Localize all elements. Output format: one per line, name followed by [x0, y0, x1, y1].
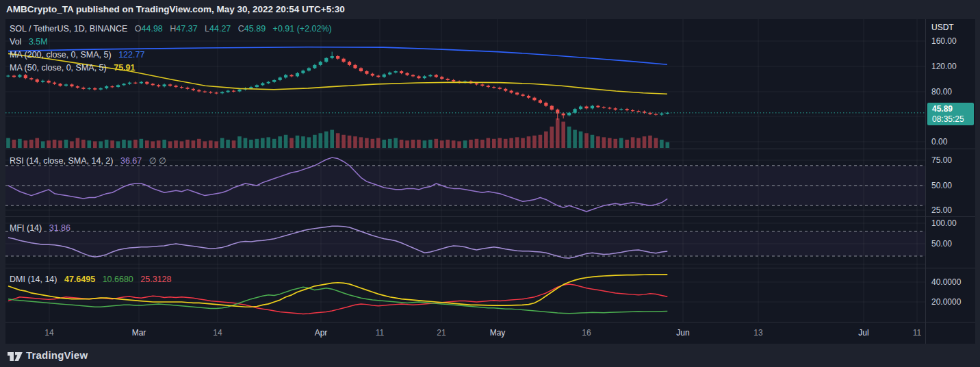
publish-header-text: AMBCrypto_TA published on TradingView.co… — [6, 4, 345, 14]
last-price-badge: 45.89 08:35:25 — [927, 103, 974, 125]
mfi-axis-tick: 100.00 — [931, 218, 957, 228]
dmi-plus-di-value: 10.6680 — [103, 275, 133, 284]
ma200-value: 122.77 — [118, 50, 144, 60]
close-value: 45.89 — [244, 24, 266, 34]
dmi-axis-tick: 20.0000 — [931, 297, 961, 307]
price-axis-tick: 160.00 — [931, 36, 957, 46]
time-axis-day-label: 14 — [203, 328, 233, 338]
open-label: O — [135, 24, 142, 34]
close-label: C — [238, 24, 244, 34]
tradingview-wordmark[interactable]: TradingView — [26, 349, 88, 361]
time-axis-day-label: 11 — [365, 328, 395, 338]
ma200-legend-row[interactable]: MA (200, close, 0, SMA, 5) 122.77 — [10, 49, 332, 62]
rsi-pane-legend[interactable]: RSI (14, close, SMA, 14, 2) 36.67 ∅ ∅ — [10, 155, 166, 168]
price-axis-tick: 0.00 — [931, 137, 947, 147]
rsi-value: 36.67 — [120, 156, 142, 166]
mfi-label: MFI (14) — [10, 223, 42, 233]
dmi-adx-value: 47.6495 — [64, 275, 95, 284]
price-axis-tick: 120.00 — [931, 62, 957, 71]
last-price-value: 45.89 — [932, 104, 974, 114]
mfi-axis-tick: 50.00 — [931, 239, 952, 249]
high-label: H — [170, 24, 176, 34]
pane-separator[interactable] — [5, 268, 975, 268]
dmi-axis-tick: 40.0000 — [931, 277, 961, 287]
symbol-legend-row[interactable]: SOL / TetherUS, 1D, BINANCE O44.98 H47.3… — [10, 23, 332, 36]
time-axis-month-label: Jul — [849, 328, 879, 338]
low-label: L — [205, 24, 209, 34]
rsi-axis-tick: 50.00 — [931, 181, 952, 190]
rsi-axis-tick: 75.00 — [931, 155, 952, 165]
pane-separator[interactable] — [5, 149, 975, 149]
symbol-title: SOL / TetherUS, 1D, BINANCE — [10, 24, 127, 34]
time-axis-day-label: 21 — [426, 328, 456, 338]
volume-legend-row[interactable]: Vol 3.5M — [10, 36, 332, 49]
mfi-pane-legend[interactable]: MFI (14) 31.86 — [10, 222, 70, 235]
time-scale[interactable]: 14Mar14Apr1121May16Jun13Jul11 — [5, 322, 975, 344]
tradingview-snapshot: AMBCrypto_TA published on TradingView.co… — [0, 0, 980, 367]
dmi-minus-di-value: 25.3128 — [140, 275, 171, 284]
price-axis-tick: 80.00 — [931, 87, 952, 97]
time-axis-day-label: 16 — [571, 328, 602, 338]
volume-label: Vol — [10, 37, 21, 47]
open-value: 44.98 — [142, 24, 163, 34]
rsi-extra-values: ∅ ∅ — [149, 156, 166, 166]
attribution-bar: TradingView — [0, 344, 980, 367]
price-pane-legend[interactable]: SOL / TetherUS, 1D, BINANCE O44.98 H47.3… — [10, 23, 332, 75]
publish-header: AMBCrypto_TA published on TradingView.co… — [0, 0, 980, 19]
time-axis-month-label: Jun — [668, 328, 698, 338]
ma50-legend-row[interactable]: MA (50, close, 0, SMA, 5) 75.91 — [10, 62, 332, 75]
dmi-label: DMI (14, 14) — [10, 275, 57, 284]
low-value: 44.27 — [209, 24, 231, 34]
dmi-pane-legend[interactable]: DMI (14, 14) 47.6495 10.6680 25.3128 — [10, 273, 171, 286]
time-axis-month-label: Apr — [306, 328, 336, 338]
rsi-label: RSI (14, close, SMA, 14, 2) — [10, 156, 113, 166]
pane-separator[interactable] — [5, 216, 975, 217]
change-value: +0.91 (+2.02%) — [273, 24, 332, 34]
time-axis-day-label: 13 — [743, 328, 773, 338]
time-axis-month-label: Mar — [124, 328, 154, 338]
bar-countdown: 08:35:25 — [932, 114, 974, 124]
volume-value: 3.5M — [29, 37, 48, 47]
ma200-label: MA (200, close, 0, SMA, 5) — [10, 50, 112, 60]
mfi-value: 31.86 — [49, 223, 70, 233]
axis-currency-label: USDT — [931, 23, 954, 32]
rsi-axis-tick: 25.00 — [931, 205, 952, 215]
time-axis-day-label: 14 — [34, 328, 64, 338]
ma50-label: MA (50, close, 0, SMA, 5) — [10, 63, 107, 73]
price-scale[interactable]: 45.89 08:35:25 USDT160.00120.0080.000.00… — [926, 19, 975, 322]
time-axis-month-label: May — [482, 328, 513, 338]
high-value: 47.37 — [176, 24, 197, 34]
ma50-value: 75.91 — [114, 63, 135, 73]
time-axis-day-label: 11 — [902, 328, 932, 338]
tradingview-logo-icon[interactable] — [7, 349, 23, 364]
